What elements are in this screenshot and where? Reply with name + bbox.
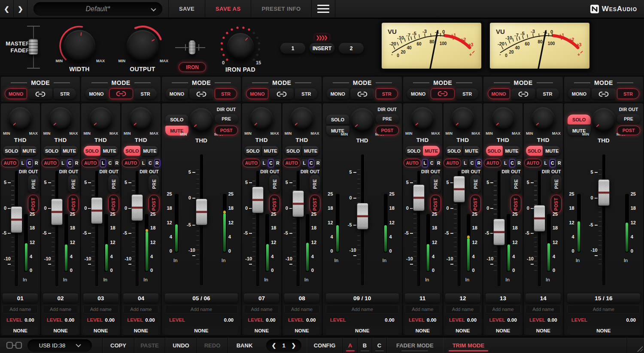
iron-slider-thumb[interactable] bbox=[188, 40, 196, 55]
mode-str-button[interactable]: STR bbox=[134, 88, 157, 99]
solo-button[interactable]: SOLO bbox=[526, 146, 543, 156]
pan-l-button[interactable]: L bbox=[140, 159, 146, 167]
output-routing-button[interactable]: NONE bbox=[486, 326, 521, 335]
thd-knob[interactable] bbox=[250, 107, 273, 130]
mode-str-button[interactable]: STR bbox=[456, 88, 478, 99]
copy-button[interactable]: COPY bbox=[102, 337, 134, 353]
redo-button[interactable]: REDO bbox=[197, 337, 228, 353]
channel-name-input[interactable] bbox=[244, 305, 279, 314]
fader-track[interactable] bbox=[55, 171, 58, 286]
fader-thumb[interactable] bbox=[196, 199, 207, 225]
output-routing-button[interactable]: NONE bbox=[326, 326, 399, 335]
level-display[interactable]: LEVEL0.00 bbox=[123, 316, 158, 324]
mode-str-button[interactable]: STR bbox=[376, 88, 398, 99]
mute-button[interactable]: MUTE bbox=[61, 146, 78, 156]
level-display[interactable]: LEVEL0.00 bbox=[567, 316, 640, 324]
solo-button[interactable]: SOLO bbox=[43, 146, 60, 156]
preset-selector[interactable]: Default* bbox=[33, 2, 162, 16]
pre-button[interactable]: PRE bbox=[510, 175, 521, 193]
mute-button[interactable]: MUTE bbox=[423, 146, 440, 156]
auto-button[interactable]: AUTO bbox=[484, 159, 501, 167]
trim-mode-tab[interactable]: TRIM MODE bbox=[443, 337, 494, 353]
level-display[interactable]: LEVEL0.00 bbox=[3, 316, 38, 324]
post-button[interactable]: POST bbox=[470, 195, 481, 213]
pan-c-button[interactable]: C bbox=[27, 159, 33, 167]
thd-knob[interactable] bbox=[350, 108, 374, 132]
output-routing-button[interactable]: NONE bbox=[83, 326, 118, 335]
usb-id-selector[interactable]: USB ID:38 bbox=[27, 339, 92, 352]
mode-mono-button[interactable]: MONO bbox=[568, 88, 590, 99]
iron-pad-knob[interactable] bbox=[227, 33, 254, 60]
post-button[interactable]: POST bbox=[68, 195, 79, 213]
output-routing-button[interactable]: NONE bbox=[244, 326, 279, 335]
preset-next-button[interactable]: ❯ bbox=[14, 0, 27, 18]
fader-track[interactable] bbox=[297, 171, 300, 286]
fader-thumb[interactable] bbox=[91, 197, 103, 224]
level-display[interactable]: LEVEL0.00 bbox=[445, 316, 480, 324]
post-button[interactable]: POST bbox=[269, 195, 280, 213]
pre-button[interactable]: PRE bbox=[269, 175, 280, 193]
mute-button[interactable]: MUTE bbox=[101, 146, 118, 156]
pan-c-button[interactable]: C bbox=[308, 159, 314, 167]
pan-c-button[interactable]: C bbox=[147, 159, 153, 167]
pan-l-button[interactable]: L bbox=[543, 159, 549, 167]
auto-button[interactable]: AUTO bbox=[82, 159, 99, 167]
pan-c-button[interactable]: C bbox=[429, 159, 435, 167]
thd-knob[interactable] bbox=[532, 107, 555, 130]
mute-button[interactable]: MUTE bbox=[262, 146, 279, 156]
insert-button[interactable]: INSERT bbox=[310, 43, 334, 54]
pan-c-button[interactable]: C bbox=[469, 159, 475, 167]
preset-info-button[interactable]: PRESET INFO bbox=[251, 0, 311, 18]
auto-button[interactable]: AUTO bbox=[122, 159, 140, 167]
mode-str-button[interactable]: STR bbox=[617, 88, 639, 99]
auto-button[interactable]: AUTO bbox=[243, 159, 260, 167]
channel-name-input[interactable] bbox=[43, 305, 78, 314]
channel-name-input[interactable] bbox=[445, 305, 480, 314]
solo-button[interactable]: SOLO bbox=[84, 146, 100, 156]
post-button[interactable]: POST bbox=[430, 195, 441, 213]
menu-icon[interactable] bbox=[311, 0, 335, 18]
thd-knob[interactable] bbox=[451, 107, 474, 130]
pan-r-button[interactable]: R bbox=[476, 159, 482, 167]
mode-link-button[interactable] bbox=[189, 88, 213, 99]
solo-button[interactable]: SOLO bbox=[3, 146, 20, 156]
fader-thumb[interactable] bbox=[413, 184, 425, 211]
channel-name-input[interactable] bbox=[405, 305, 440, 314]
thd-knob[interactable] bbox=[129, 107, 152, 130]
pre-button[interactable]: PRE bbox=[149, 175, 159, 193]
post-button[interactable]: POST bbox=[108, 195, 119, 213]
fader-thumb[interactable] bbox=[292, 190, 304, 217]
connect-icon[interactable] bbox=[6, 341, 22, 350]
mode-mono-button[interactable]: MONO bbox=[5, 88, 27, 99]
fader-thumb[interactable] bbox=[453, 176, 465, 202]
post-button[interactable]: POST bbox=[215, 126, 238, 135]
mode-mono-button[interactable]: MONO bbox=[246, 88, 268, 99]
iron-button[interactable]: IRON bbox=[179, 62, 206, 72]
channel-name-input[interactable] bbox=[326, 305, 399, 314]
level-display[interactable]: LEVEL0.00 bbox=[83, 316, 118, 324]
fader-thumb[interactable] bbox=[598, 179, 610, 206]
width-knob[interactable] bbox=[64, 30, 95, 62]
auto-button[interactable]: AUTO bbox=[524, 159, 542, 167]
post-button[interactable]: POST bbox=[28, 195, 39, 213]
level-display[interactable]: LEVEL0.00 bbox=[326, 316, 399, 324]
mode-mono-button[interactable]: MONO bbox=[327, 88, 349, 99]
pre-button[interactable]: PRE bbox=[617, 114, 640, 124]
pan-l-button[interactable]: L bbox=[301, 159, 307, 167]
pre-button[interactable]: PRE bbox=[310, 175, 320, 193]
level-display[interactable]: LEVEL0.00 bbox=[526, 316, 561, 324]
output-routing-button[interactable]: NONE bbox=[123, 326, 158, 335]
fader-thumb[interactable] bbox=[51, 199, 63, 225]
pan-l-button[interactable]: L bbox=[60, 159, 66, 167]
solo-button[interactable]: SOLO bbox=[285, 146, 301, 156]
mode-link-button[interactable] bbox=[28, 88, 52, 99]
fader-thumb[interactable] bbox=[11, 206, 22, 233]
bank-next-button[interactable]: ❯ bbox=[292, 342, 296, 349]
thd-knob[interactable] bbox=[290, 107, 313, 130]
insert-point-1-button[interactable]: 1 bbox=[280, 43, 305, 54]
fader-thumb[interactable] bbox=[131, 194, 143, 221]
channel-name-input[interactable] bbox=[567, 305, 640, 314]
undo-button[interactable]: UNDO bbox=[165, 337, 197, 353]
level-display[interactable]: LEVEL0.00 bbox=[284, 316, 319, 324]
pre-button[interactable]: PRE bbox=[28, 175, 39, 193]
